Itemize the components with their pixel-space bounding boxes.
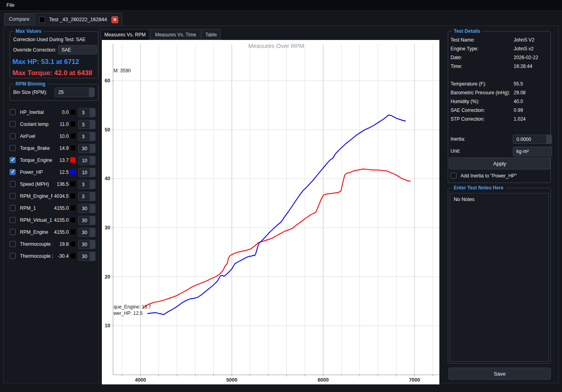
channel-color-swatch[interactable] — [70, 169, 76, 175]
channel-color-swatch[interactable] — [70, 145, 76, 151]
channel-value: 11.0 — [51, 121, 69, 127]
channel-smoothing-spinbox[interactable]: 10 — [78, 156, 95, 165]
channel-color-swatch[interactable] — [70, 229, 76, 235]
detail-label: Engine Type: — [451, 46, 479, 52]
rpm-chart[interactable]: 4000500060007000102030405060Measures Ove… — [102, 40, 439, 384]
channel-checkbox[interactable] — [10, 217, 16, 223]
channel-checkbox[interactable] — [10, 109, 16, 115]
inertia-label: Inertia: — [451, 136, 465, 142]
detail-label: Humidity (%): — [451, 99, 479, 104]
override-correction-input[interactable]: SAE — [58, 45, 97, 54]
channel-smoothing-value: 30 — [82, 218, 87, 223]
channel-smoothing-value: 30 — [82, 254, 87, 259]
save-button[interactable]: Save — [449, 368, 551, 380]
channel-smoothing-spinbox[interactable]: 30 — [78, 144, 95, 153]
channel-checkbox[interactable] — [10, 169, 16, 175]
chart-title: Measures Over RPM — [248, 42, 304, 49]
max-hp-readout: Max HP: 53.1 at 6712 — [12, 58, 79, 66]
add-inertia-checkbox[interactable] — [451, 173, 457, 179]
chart-canvas: 4000500060007000102030405060Measures Ove… — [102, 40, 439, 384]
file-tab[interactable]: Test _43_260222_162844.json ✕ — [35, 13, 122, 26]
channel-value: 12.5 — [51, 169, 69, 175]
channel-color-swatch[interactable] — [70, 133, 76, 139]
channel-color-swatch[interactable] — [70, 253, 76, 259]
channel-smoothing-spinbox[interactable]: 3 — [78, 120, 95, 129]
correction-used-text: Correction Used During Test: SAE — [13, 37, 85, 42]
chart-tab-table[interactable]: Table — [202, 29, 220, 40]
inertia-spinbox[interactable]: 0.0000 — [513, 135, 552, 144]
channel-checkbox[interactable] — [10, 193, 16, 199]
channel-smoothing-value: 30 — [82, 206, 87, 211]
channel-checkbox[interactable] — [10, 145, 16, 151]
channel-checkbox[interactable] — [10, 229, 16, 235]
channel-name: Power_HP — [20, 169, 53, 175]
channel-color-swatch[interactable] — [70, 181, 76, 187]
detail-row: Engine Type:JohnS v2 — [451, 46, 549, 54]
channel-row-rpm-virtual-1: RPM_Virtual_14155.030 — [10, 214, 97, 226]
rpm-binning-title: RPM Binning — [14, 81, 48, 87]
channel-color-swatch[interactable] — [70, 109, 76, 115]
menu-file[interactable]: File — [0, 2, 21, 8]
channel-name: Torque_Engine — [20, 157, 53, 163]
channel-smoothing-spinbox[interactable]: 30 — [78, 204, 95, 213]
document-tab-strip: Compare Test _43_260222_162844.json ✕ — [0, 11, 562, 26]
channel-checkbox[interactable] — [10, 205, 16, 211]
channel-color-swatch[interactable] — [70, 157, 76, 163]
x-tick-labels: 4000500060007000 — [135, 377, 420, 383]
unit-input[interactable]: kg·m² — [513, 147, 552, 156]
channel-row-rpm-engine-f: RPM_Engine_F4034.53 — [10, 190, 97, 202]
channel-value: 19.8 — [51, 241, 69, 247]
channel-smoothing-spinbox[interactable]: 3 — [78, 132, 95, 141]
channel-smoothing-spinbox[interactable]: 10 — [78, 168, 95, 177]
chart-tab-measures-vs-time[interactable]: Measures Vs. Time — [150, 29, 201, 40]
channel-smoothing-spinbox[interactable]: 30 — [78, 252, 95, 261]
channel-smoothing-value: 30 — [82, 146, 87, 151]
channel-color-swatch[interactable] — [70, 205, 76, 211]
detail-label: Temperature (F): — [451, 81, 486, 87]
channel-checkbox[interactable] — [10, 241, 16, 247]
channel-checkbox[interactable] — [10, 121, 16, 127]
notes-title: Enter Test Notes Here — [452, 185, 505, 191]
y-tick-labels: 102030405060 — [105, 78, 110, 328]
apply-button[interactable]: Apply — [449, 157, 550, 169]
file-tab-checkbox[interactable] — [39, 17, 45, 23]
detail-value: 1.024 — [514, 116, 526, 122]
detail-row: SAE Correction:0.99 — [451, 107, 549, 115]
channel-smoothing-spinbox[interactable]: 30 — [78, 240, 95, 249]
svg-text:M: 3590: M: 3590 — [113, 68, 131, 74]
channel-value: 0.0 — [51, 109, 69, 115]
close-tab-icon[interactable]: ✕ — [111, 16, 118, 23]
channel-smoothing-spinbox[interactable]: 3 — [78, 180, 95, 189]
channel-smoothing-spinbox[interactable]: 30 — [78, 216, 95, 225]
detail-label: SAE Correction: — [451, 107, 485, 113]
svg-text:5000: 5000 — [226, 377, 237, 383]
channel-smoothing-value: 3 — [82, 194, 85, 199]
channel-smoothing-value: 3 — [82, 122, 85, 127]
channel-smoothing-spinbox[interactable]: 3 — [78, 192, 95, 201]
channel-smoothing-spinbox[interactable]: 3 — [78, 108, 95, 117]
channel-smoothing-spinbox[interactable]: 30 — [78, 228, 95, 237]
compare-button[interactable]: Compare — [4, 13, 34, 25]
series-lines — [143, 115, 411, 314]
svg-text:50: 50 — [105, 127, 110, 133]
bin-size-spinbox[interactable]: 25 — [55, 88, 95, 97]
channel-color-swatch[interactable] — [70, 241, 76, 247]
detail-value: 55.5 — [514, 81, 523, 87]
detail-value: 29.08 — [514, 90, 526, 96]
channel-color-swatch[interactable] — [70, 193, 76, 199]
channel-checkbox[interactable] — [10, 133, 16, 139]
notes-groupbox: Enter Test Notes Here No Notes — [448, 188, 551, 364]
channel-checkbox[interactable] — [10, 157, 16, 163]
chart-annotations: M: 3590que_Engine: 13.7wer_HP: 12.5 — [113, 68, 151, 316]
channel-value: 4034.5 — [51, 193, 69, 199]
channel-smoothing-value: 10 — [82, 170, 87, 175]
notes-textarea[interactable]: No Notes — [450, 193, 549, 362]
channel-name: AirFuel — [20, 133, 53, 139]
channel-checkbox[interactable] — [10, 181, 16, 187]
channel-color-swatch[interactable] — [70, 121, 76, 127]
channel-color-swatch[interactable] — [70, 217, 76, 223]
test-details-groupbox: Test Details Test Name:JohnS V2Engine Ty… — [448, 31, 551, 183]
chart-tab-measures-vs-rpm[interactable]: Measures Vs. RPM — [101, 29, 149, 40]
menu-bar: File — [0, 0, 562, 11]
channel-checkbox[interactable] — [10, 253, 16, 259]
